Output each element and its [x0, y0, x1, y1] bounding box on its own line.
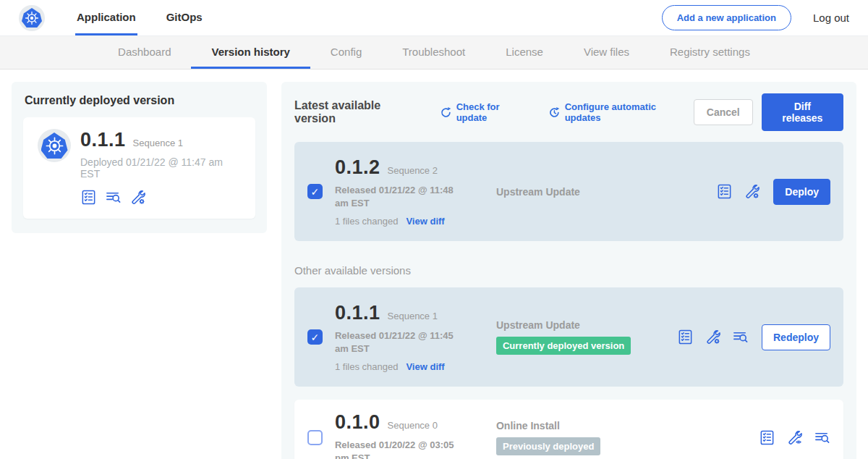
deployed-timestamp: Deployed 01/21/22 @ 11:47 am EST — [80, 156, 241, 180]
deployed-sequence: Sequence 1 — [133, 138, 183, 148]
currently-deployed-panel: Currently deployed version — [12, 82, 267, 233]
deployed-version-card: 0.1.1 Sequence 1 Deployed 01/21/22 @ 11:… — [23, 117, 255, 219]
tab-registry-settings[interactable]: Registry settings — [650, 36, 770, 69]
version-card-0.1.1: ✓ 0.1.1 Sequence 1 Released 01/21/22 @ 1… — [294, 287, 843, 387]
version-number: 0.1.0 — [335, 411, 380, 434]
deployed-version-number: 0.1.1 — [80, 129, 126, 151]
version-checkbox[interactable]: ✓ — [307, 184, 323, 199]
app-logo — [19, 0, 45, 35]
view-diff-link[interactable]: View diff — [406, 361, 444, 372]
view-config-wrench-eye-icon[interactable] — [786, 429, 803, 446]
refresh-icon — [440, 106, 452, 119]
tab-config[interactable]: Config — [310, 36, 382, 69]
kubernetes-wheel-icon — [22, 8, 42, 28]
main-content: Currently deployed version — [0, 70, 868, 459]
preflight-checklist-icon[interactable] — [716, 183, 733, 200]
sub-nav: Dashboard Version history Config Trouble… — [0, 36, 868, 70]
version-sequence: Sequence 2 — [388, 165, 438, 176]
diff-releases-button[interactable]: Diff releases — [762, 93, 843, 131]
cancel-button[interactable]: Cancel — [694, 99, 753, 125]
preflight-checklist-icon[interactable] — [759, 429, 775, 446]
released-timestamp: Released 01/20/22 @ 03:05 pm EST — [335, 439, 469, 459]
redeploy-button[interactable]: Redeploy — [762, 324, 830, 350]
top-nav: Application GitOps Add a new application… — [0, 0, 868, 36]
scheduled-update-icon — [548, 106, 561, 119]
tab-application[interactable]: Application — [75, 0, 137, 35]
version-checkbox[interactable] — [307, 430, 323, 445]
tab-troubleshoot[interactable]: Troubleshoot — [382, 36, 485, 69]
released-timestamp: Released 01/21/22 @ 11:45 am EST — [335, 329, 469, 355]
version-sequence: Sequence 0 — [388, 420, 438, 431]
version-source: Online Install — [496, 420, 677, 431]
edit-config-wrench-gear-icon[interactable] — [129, 189, 146, 206]
view-logs-icon[interactable] — [105, 189, 122, 206]
tab-license[interactable]: License — [485, 36, 563, 69]
logout-link[interactable]: Log out — [813, 12, 849, 24]
view-logs-icon[interactable] — [814, 429, 830, 446]
kubernetes-wheel-icon — [41, 132, 68, 159]
tab-version-history[interactable]: Version history — [191, 36, 310, 69]
add-new-application-button[interactable]: Add a new application — [662, 5, 791, 30]
tab-dashboard[interactable]: Dashboard — [98, 36, 191, 69]
deploy-button[interactable]: Deploy — [773, 179, 830, 205]
edit-config-wrench-gear-icon[interactable] — [744, 183, 760, 200]
tab-view-files[interactable]: View files — [563, 36, 650, 69]
currently-deployed-title: Currently deployed version — [25, 94, 254, 107]
version-source: Upstream Update — [496, 186, 677, 198]
configure-automatic-updates-link[interactable]: Configure automatic updates — [548, 101, 694, 123]
released-timestamp: Released 01/21/22 @ 11:48 am EST — [335, 184, 469, 209]
version-number: 0.1.1 — [335, 302, 380, 324]
view-logs-icon[interactable] — [732, 329, 749, 345]
version-sequence: Sequence 1 — [388, 311, 438, 321]
version-checkbox[interactable]: ✓ — [307, 329, 323, 345]
check-for-update-link[interactable]: Check for update — [440, 101, 532, 123]
latest-available-title: Latest available version — [294, 99, 424, 125]
other-available-versions-label: Other available versions — [294, 264, 843, 277]
available-versions-panel: Latest available version Check for updat… — [281, 82, 856, 459]
tab-gitops[interactable]: GitOps — [165, 0, 204, 35]
top-nav-tabs: Application GitOps — [75, 0, 231, 35]
currently-deployed-badge: Currently deployed version — [496, 337, 631, 355]
preflight-checklist-icon[interactable] — [80, 189, 97, 206]
preflight-checklist-icon[interactable] — [677, 329, 694, 345]
files-changed-label: 1 files changed — [335, 361, 398, 372]
version-card-0.1.0: 0.1.0 Sequence 0 Released 01/20/22 @ 03:… — [294, 400, 843, 459]
files-changed-label: 1 files changed — [335, 216, 398, 227]
version-card-0.1.2: ✓ 0.1.2 Sequence 2 Released 01/21/22 @ 1… — [294, 142, 843, 241]
edit-config-wrench-gear-icon[interactable] — [705, 329, 721, 345]
version-number: 0.1.2 — [335, 156, 380, 179]
version-source: Upstream Update — [496, 319, 677, 331]
previously-deployed-badge: Previously deployed — [496, 437, 600, 455]
view-diff-link[interactable]: View diff — [406, 216, 444, 227]
